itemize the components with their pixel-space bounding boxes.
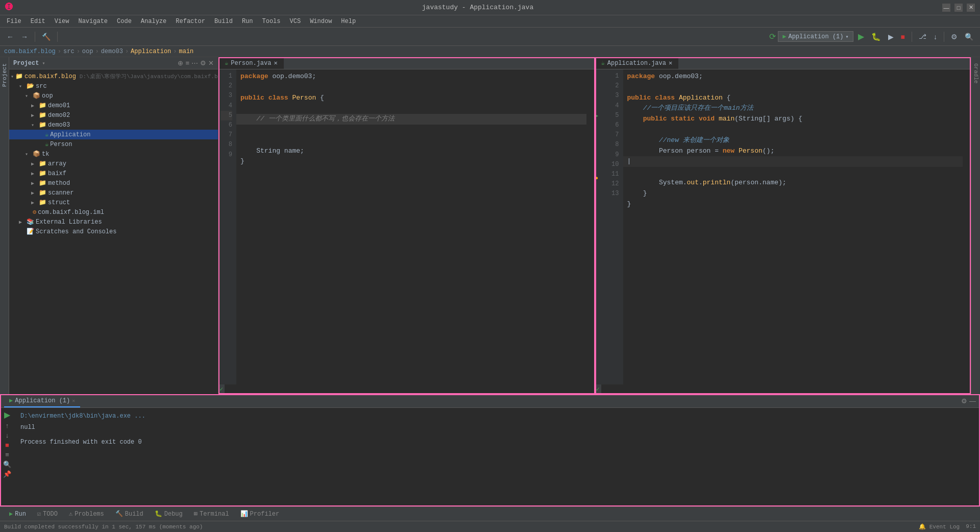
breadcrumb-demo03[interactable]: demo03	[101, 48, 123, 55]
tab-application-java[interactable]: ☕ Application.java ✕	[595, 57, 679, 69]
tree-item-person[interactable]: ☕ Person	[9, 139, 218, 149]
stop-button[interactable]: ■	[898, 31, 908, 42]
tree-item-array[interactable]: ▶ 📁 array	[9, 159, 218, 168]
debug-button[interactable]: 🐛	[869, 31, 884, 43]
code-editor-left[interactable]: 1 2 3 4 5 6 7 8 9 package oop.demo03; pu…	[218, 69, 595, 384]
tree-item-demo01[interactable]: ▶ 📁 demo01	[9, 101, 218, 110]
project-tab-vert[interactable]: Project	[0, 57, 9, 93]
run-arrow-btn[interactable]: ▶	[595, 112, 605, 121]
menu-run[interactable]: Run	[238, 17, 257, 26]
run-again-btn[interactable]: ▶	[4, 410, 10, 420]
btab-run[interactable]: ▶ Run	[4, 509, 31, 519]
tree-item-struct[interactable]: ▶ 📁 struct	[9, 198, 218, 207]
tree-label-struct: struct	[48, 199, 70, 206]
tab-app-close[interactable]: ✕	[669, 59, 672, 67]
back-button[interactable]: ←	[4, 31, 16, 42]
btab-debug[interactable]: 🐛 Debug	[150, 509, 188, 519]
build-button[interactable]: 🔨	[39, 31, 53, 42]
menu-help[interactable]: Help	[337, 17, 360, 26]
btab-build[interactable]: 🔨 Build	[110, 509, 149, 519]
settings-icon-btn[interactable]: ⚙	[200, 59, 206, 67]
tree-item-ext-lib[interactable]: ▶ 📚 External Libraries	[9, 217, 218, 227]
btab-terminal[interactable]: ⊞ Terminal	[189, 509, 234, 519]
tab-person-close[interactable]: ✕	[274, 59, 277, 67]
bottom-tab-run[interactable]: ▶ Application (1) ✕	[4, 395, 80, 407]
collapse-all-btn[interactable]: ≡	[185, 59, 189, 67]
menu-refactor[interactable]: Refactor	[172, 17, 209, 26]
menu-build[interactable]: Build	[210, 17, 237, 26]
title-bar: 🅘 javastudy - Application.java — □ ✕	[0, 0, 980, 15]
tree-item-demo03[interactable]: ▾ 📁 demo03	[9, 120, 218, 130]
menu-analyze[interactable]: Analyze	[137, 17, 170, 26]
btab-profiler[interactable]: 📊 Profiler	[235, 509, 285, 519]
btab-todo[interactable]: ☑ TODO	[32, 509, 63, 519]
tree-item-tk[interactable]: ▾ 📦 tk	[9, 149, 218, 159]
btab-profiler-label: Profiler	[250, 511, 280, 518]
tree-item-oop[interactable]: ▾ 📦 oop	[9, 91, 218, 101]
run-button[interactable]: ▶	[855, 30, 867, 43]
tree-label-scratches: Scratches and Consoles	[36, 228, 116, 235]
scroll-up-btn[interactable]: ↑	[6, 422, 9, 429]
panel-close-btn[interactable]: ✕	[208, 59, 214, 67]
search-everywhere-button[interactable]: 🔍	[962, 31, 976, 42]
editor-right-scrollbar: ✓	[595, 384, 601, 394]
wrap-btn[interactable]: ≡	[5, 451, 9, 458]
menu-window[interactable]: Window	[306, 17, 336, 26]
code-content-right[interactable]: package oop.demo03; public class Applica…	[623, 69, 971, 384]
breadcrumb-src[interactable]: src	[63, 48, 75, 55]
tree-item-src[interactable]: ▾ 📂 src	[9, 81, 218, 91]
menu-file[interactable]: File	[3, 17, 26, 26]
tree-item-application[interactable]: ☕ Application	[9, 130, 218, 139]
menu-vcs[interactable]: VCS	[286, 17, 305, 26]
tree-item-baixf[interactable]: ▶ 📁 baixf	[9, 168, 218, 178]
btab-problems[interactable]: ⚠ Problems	[64, 509, 109, 519]
bottom-close-btn[interactable]: —	[969, 397, 976, 405]
menu-code[interactable]: Code	[113, 17, 136, 26]
status-right: 🔔 Event Log 9:1	[919, 523, 976, 530]
bottom-settings-btn[interactable]: ⚙	[961, 397, 967, 405]
tab-person-java[interactable]: ☕ Person.java ✕	[218, 57, 284, 69]
tree-item-scratches[interactable]: 📝 Scratches and Consoles	[9, 227, 218, 236]
tree-item-iml[interactable]: ⚙ com.baixf.blog.iml	[9, 207, 218, 217]
btab-profiler-icon: 📊	[240, 510, 248, 518]
menu-edit[interactable]: Edit	[27, 17, 50, 26]
settings-button[interactable]: ⚙	[948, 31, 960, 42]
git-button[interactable]: ⎇	[916, 31, 929, 42]
tree-item-method[interactable]: ▶ 📁 method	[9, 178, 218, 188]
menu-tools[interactable]: Tools	[258, 17, 285, 26]
tree-item-scanner[interactable]: ▶ 📁 scanner	[9, 188, 218, 198]
menu-view[interactable]: View	[51, 17, 74, 26]
minimize-button[interactable]: —	[942, 4, 950, 12]
breadcrumb-oop[interactable]: oop	[82, 48, 93, 55]
event-log-btn[interactable]: 🔔 Event Log	[919, 523, 960, 530]
scroll-down-btn[interactable]: ↓	[6, 431, 9, 439]
forward-button[interactable]: →	[18, 31, 31, 42]
run-with-coverage[interactable]: ▶	[886, 31, 896, 42]
show-options-btn[interactable]: ⋯	[191, 59, 198, 67]
run-exit-text: Process finished with exit code 0	[20, 439, 142, 446]
warning-icon: ●	[595, 174, 605, 183]
sync-with-editor-btn[interactable]: ⊕	[178, 59, 183, 67]
project-dropdown-icon[interactable]: ▾	[42, 60, 45, 66]
tab-person-label: Person.java	[231, 60, 271, 67]
code-editor-right[interactable]: ▶ ● 1 2 3 4 5 6 7 8	[595, 69, 971, 384]
breadcrumb-root[interactable]: com.baixf.blog	[4, 48, 56, 55]
pin-btn[interactable]: 📌	[3, 470, 11, 478]
breadcrumb-application[interactable]: Application	[131, 48, 171, 55]
filter-btn[interactable]: 🔍	[3, 461, 11, 468]
update-button[interactable]: ↓	[931, 31, 940, 42]
run-line-3: Process finished with exit code 0	[20, 437, 976, 448]
run-config-dropdown[interactable]: ▶ Application (1) ▾	[778, 31, 853, 42]
tree-item-root[interactable]: ▾ 📁 com.baixf.blog D:\桌面\寒假学习\Java\javas…	[9, 71, 218, 81]
close-button[interactable]: ✕	[967, 4, 975, 12]
code-content-left[interactable]: package oop.demo03; public class Person …	[236, 69, 595, 384]
toolbar-sep1	[35, 32, 35, 42]
run-tab-close[interactable]: ✕	[72, 398, 75, 404]
gradle-tab[interactable]: Gradle	[971, 57, 981, 90]
maximize-button[interactable]: □	[954, 4, 963, 12]
menu-navigate[interactable]: Navigate	[74, 17, 112, 26]
tree-label-ext-lib: External Libraries	[36, 219, 102, 226]
stop-run-btn[interactable]: ■	[5, 441, 9, 449]
tree-item-demo02[interactable]: ▶ 📁 demo02	[9, 110, 218, 120]
breadcrumb-main[interactable]: main	[179, 48, 194, 55]
